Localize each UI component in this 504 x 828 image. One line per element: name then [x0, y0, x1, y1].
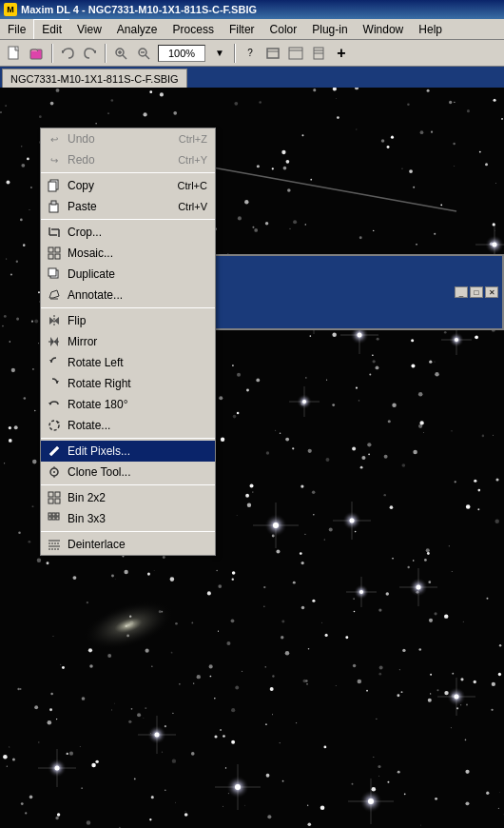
menu-bar: File Edit View Analyze Process Filter Co… [0, 19, 504, 40]
menu-item-mosaic[interactable]: Mosaic... [41, 243, 215, 264]
menu-item-annotate[interactable]: Annotate... [41, 285, 215, 306]
svg-rect-26 [48, 247, 53, 252]
menu-item-undo[interactable]: ↩ Undo Ctrl+Z [41, 128, 215, 149]
tb-zoom-out[interactable] [133, 43, 154, 64]
svg-rect-31 [48, 268, 56, 276]
mirror-icon [47, 334, 62, 349]
svg-line-5 [123, 55, 126, 59]
svg-rect-13 [289, 48, 302, 59]
menu-item-rotate[interactable]: Rotate... [41, 415, 215, 436]
svg-rect-11 [267, 49, 279, 58]
tb-zoom-in[interactable] [110, 43, 131, 64]
rotate-left-icon [47, 355, 62, 370]
svg-rect-21 [51, 201, 56, 205]
tab-bar: NGC7331-M10-1X1-811S-C-F.SBIG [0, 67, 504, 88]
menu-item-copy[interactable]: Copy Ctrl+C [41, 175, 215, 196]
clone-tool-icon [47, 464, 62, 480]
edit-dropdown-menu: ↩ Undo Ctrl+Z ↪ Redo Ctrl+Y Copy Ctrl+C … [40, 128, 216, 556]
svg-rect-49 [52, 513, 55, 516]
svg-rect-29 [55, 254, 60, 259]
bin2x2-icon [47, 490, 62, 505]
menu-color[interactable]: Color [262, 19, 305, 39]
rotate-right-icon [47, 376, 62, 391]
menu-view[interactable]: View [69, 19, 109, 39]
menu-item-bin3x3[interactable]: Bin 3x3 [41, 508, 215, 529]
rotate-icon [47, 418, 62, 433]
menu-item-crop[interactable]: Crop... [41, 222, 215, 243]
sep-2 [41, 219, 215, 220]
main-content: _ □ ✕ ↩ Undo Ctrl+Z ↪ Redo Ctrl+Y Copy C… [0, 88, 504, 828]
title-bar: M Maxim DL 4 - NGC7331-M10-1X1-811S-C-F.… [0, 0, 504, 19]
annotate-icon [47, 287, 62, 303]
tb-redo[interactable] [80, 43, 101, 64]
mosaic-icon [47, 246, 62, 261]
menu-item-clone-tool[interactable]: Clone Tool... [41, 462, 215, 483]
tb-sep1 [51, 44, 53, 63]
menu-item-rotate-right[interactable]: Rotate Right [41, 373, 215, 394]
svg-rect-45 [55, 492, 60, 497]
sep-3 [41, 307, 215, 308]
svg-point-41 [53, 471, 55, 473]
flip-icon [47, 313, 62, 328]
svg-rect-46 [48, 499, 53, 503]
inner-win-minimize[interactable]: _ [455, 286, 468, 298]
tb-zoom-dropdown[interactable]: ▼ [209, 43, 230, 64]
tb-undo[interactable] [57, 43, 78, 64]
bin3x3-icon [47, 511, 62, 526]
menu-item-flip[interactable]: Flip [41, 310, 215, 331]
svg-rect-48 [48, 513, 51, 516]
crop-icon [47, 225, 62, 240]
sep-4 [41, 438, 215, 439]
svg-rect-44 [48, 492, 53, 497]
menu-item-rotate-left[interactable]: Rotate Left [41, 352, 215, 373]
menu-help[interactable]: Help [411, 19, 450, 39]
menu-item-redo[interactable]: ↪ Redo Ctrl+Y [41, 149, 215, 170]
svg-rect-51 [48, 517, 51, 520]
tb-sep2 [105, 44, 107, 63]
menu-item-mirror[interactable]: Mirror [41, 331, 215, 352]
menu-file[interactable]: File [0, 19, 33, 39]
sep-5 [41, 484, 215, 485]
tb-extra4[interactable] [308, 43, 329, 64]
undo-icon: ↩ [47, 131, 62, 147]
sep-1 [41, 172, 215, 173]
svg-rect-50 [56, 513, 59, 516]
inner-win-restore[interactable]: □ [470, 286, 483, 298]
svg-rect-47 [55, 499, 60, 503]
rotate-180-icon [47, 397, 62, 412]
svg-rect-28 [48, 254, 53, 259]
menu-edit[interactable]: Edit [33, 19, 69, 39]
menu-analyze[interactable]: Analyze [109, 19, 165, 39]
menu-item-duplicate[interactable]: Duplicate [41, 264, 215, 285]
svg-rect-52 [52, 517, 55, 520]
svg-marker-39 [57, 421, 60, 424]
tb-extra2[interactable] [262, 43, 283, 64]
duplicate-icon [47, 266, 62, 282]
menu-item-bin2x2[interactable]: Bin 2x2 [41, 487, 215, 508]
tb-sep3 [234, 44, 236, 63]
menu-item-rotate-180[interactable]: Rotate 180° [41, 394, 215, 415]
tb-open[interactable] [27, 43, 48, 64]
menu-item-deinterlace[interactable]: Deinterlace [41, 534, 215, 555]
svg-rect-53 [56, 517, 59, 520]
redo-icon: ↪ [47, 152, 62, 168]
copy-icon [47, 178, 62, 193]
deinterlace-icon [47, 537, 62, 552]
tb-new[interactable] [4, 43, 25, 64]
menu-window[interactable]: Window [356, 19, 412, 39]
tb-add[interactable]: + [331, 43, 352, 64]
inner-win-close[interactable]: ✕ [485, 286, 498, 298]
sep-6 [41, 531, 215, 532]
menu-process[interactable]: Process [165, 19, 222, 39]
menu-plugin[interactable]: Plug-in [304, 19, 355, 39]
app-icon: M [4, 3, 17, 16]
menu-item-paste[interactable]: Paste Ctrl+V [41, 196, 215, 217]
tb-extra1[interactable]: ? [240, 43, 261, 64]
image-tab[interactable]: NGC7331-M10-1X1-811S-C-F.SBIG [2, 69, 187, 88]
tb-extra3[interactable] [285, 43, 306, 64]
tb-zoom-value[interactable]: 100% [158, 45, 205, 62]
svg-line-9 [145, 55, 149, 59]
menu-item-edit-pixels[interactable]: Edit Pixels... [41, 441, 215, 462]
toolbar: 100% ▼ ? + [0, 40, 504, 67]
menu-filter[interactable]: Filter [222, 19, 262, 39]
